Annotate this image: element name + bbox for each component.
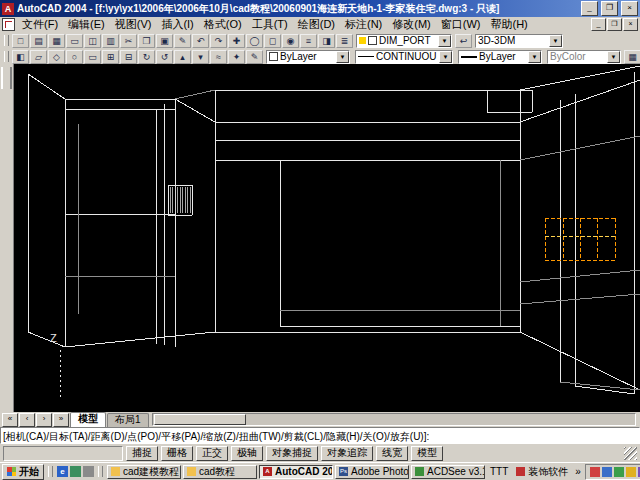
menu-item-4[interactable]: 格式(O) (199, 17, 247, 32)
task-photoshop[interactable]: PsAdobe Photo... (335, 465, 409, 479)
layer-combo[interactable]: DIM_PORT ▼ (356, 34, 452, 48)
zoom-realtime-icon[interactable]: ◯ (246, 34, 263, 48)
toolbar-grip[interactable] (4, 51, 9, 62)
toolbar-icon[interactable]: ▦ (624, 50, 640, 64)
open-icon[interactable]: ▤ (30, 34, 47, 48)
status-toggle-lwt[interactable]: 线宽 (376, 446, 408, 461)
toolbar-icon[interactable]: ↻ (138, 50, 155, 64)
toolbar-icon[interactable]: ✎ (246, 50, 263, 64)
start-button[interactable]: 开始 (2, 464, 44, 480)
toolbar-icon[interactable]: ◇ (48, 50, 65, 64)
properties-icon[interactable]: ≡ (300, 34, 317, 48)
plot-preview-icon[interactable]: ◫ (84, 34, 101, 48)
tab-layout1[interactable]: 布局1 (107, 413, 149, 427)
menu-item-3[interactable]: 插入(I) (156, 17, 198, 32)
minimize-button[interactable]: _ (581, 1, 598, 16)
plot-icon[interactable]: ▭ (66, 34, 83, 48)
paste-icon[interactable]: ▣ (156, 34, 173, 48)
menu-item-2[interactable]: 视图(V) (110, 17, 157, 32)
layer-states-icon[interactable]: ▱ (30, 50, 47, 64)
horizontal-scrollbar[interactable] (152, 413, 636, 426)
restore-button[interactable]: ❐ (601, 1, 618, 16)
toolbar-icon[interactable]: ▭ (84, 50, 101, 64)
match-properties-icon[interactable]: ✎ (174, 34, 191, 48)
toolbar-grip[interactable] (1, 67, 12, 89)
menu-item-6[interactable]: 绘图(D) (293, 17, 340, 32)
tab-nav-2[interactable]: › (36, 413, 52, 427)
taskbar-grip[interactable] (48, 466, 53, 477)
toolbar-icon[interactable]: ⊟ (120, 50, 137, 64)
layer-previous-icon[interactable]: ↩ (455, 34, 472, 48)
tab-nav-0[interactable]: « (2, 413, 18, 427)
menu-item-1[interactable]: 编辑(E) (63, 17, 110, 32)
resize-grip[interactable] (624, 447, 637, 460)
status-toggle-model[interactable]: 模型 (411, 446, 443, 461)
menu-item-8[interactable]: 修改(M) (387, 17, 436, 32)
copy-icon[interactable]: ❐ (138, 34, 155, 48)
deskband-decor-software[interactable]: 装饰软件 (513, 465, 571, 479)
toolbar-icon[interactable]: ▾ (192, 50, 209, 64)
command-line[interactable]: [相机(CA)/目标(TA)/距离(D)/点(PO)/平移(PA)/缩放(Z)/… (0, 427, 640, 444)
new-icon[interactable]: □ (12, 34, 29, 48)
toolbar-grip[interactable] (4, 35, 9, 46)
publish-icon[interactable]: ▥ (102, 34, 119, 48)
menu-item-5[interactable]: 工具(T) (247, 17, 293, 32)
cut-icon[interactable]: ✂ (120, 34, 137, 48)
status-toggle-osnap[interactable]: 对象捕捉 (266, 446, 318, 461)
menu-item-9[interactable]: 窗口(W) (436, 17, 486, 32)
dimstyle-combo[interactable]: 3D-3DM ▼ (475, 34, 563, 48)
dropdown-arrow-icon[interactable]: ▼ (607, 51, 620, 63)
tab-nav-1[interactable]: ‹ (19, 413, 35, 427)
document-icon[interactable] (2, 18, 15, 31)
quicklaunch-icon-1[interactable] (70, 466, 81, 477)
toolbar-icon[interactable]: ⊞ (102, 50, 119, 64)
status-toggle-polar[interactable]: 极轴 (231, 446, 263, 461)
chevron-icon[interactable]: » (573, 466, 583, 477)
redo-icon[interactable]: ↷ (210, 34, 227, 48)
layers-icon[interactable]: ≣ (336, 34, 353, 48)
task-cad-tutorial-folder[interactable]: cad教程 (183, 465, 257, 479)
dropdown-arrow-icon[interactable]: ▼ (336, 51, 349, 63)
dropdown-arrow-icon[interactable]: ▼ (549, 35, 562, 47)
task-autocad[interactable]: AAutoCAD 200... (259, 465, 333, 479)
quicklaunch-icon-0[interactable]: e (57, 466, 68, 477)
undo-icon[interactable]: ↶ (192, 34, 209, 48)
deskband-ttt[interactable]: TTT (487, 466, 511, 477)
doc-restore-button[interactable]: ❐ (607, 18, 622, 31)
make-layer-current-icon[interactable]: ◧ (12, 50, 29, 64)
close-button[interactable]: × (621, 1, 638, 16)
menu-item-7[interactable]: 标注(N) (340, 17, 387, 32)
menu-item-10[interactable]: 帮助(H) (486, 17, 533, 32)
drawing-viewport[interactable]: Z (14, 64, 640, 412)
toolbar-icon[interactable]: ≈ (210, 50, 227, 64)
status-toggle-grid[interactable]: 栅格 (161, 446, 193, 461)
zoom-window-icon[interactable]: ◻ (264, 34, 281, 48)
designcenter-icon[interactable]: ◨ (318, 34, 335, 48)
tab-model[interactable]: 模型 (70, 412, 106, 427)
docked-toolbar-strip[interactable] (0, 64, 14, 412)
plotstyle-combo[interactable]: ByColor ▼ (547, 50, 621, 64)
linetype-combo[interactable]: CONTINUOU ▼ (355, 50, 453, 64)
coordinates-display[interactable] (3, 446, 123, 461)
status-toggle-otrack[interactable]: 对象追踪 (321, 446, 373, 461)
scrollbar-thumb[interactable] (154, 414, 246, 425)
tray-icon-0[interactable] (590, 467, 600, 477)
zoom-previous-icon[interactable]: ◉ (282, 34, 299, 48)
dropdown-arrow-icon[interactable]: ▼ (438, 35, 451, 47)
pan-icon[interactable]: ✚ (228, 34, 245, 48)
tab-nav-3[interactable]: » (53, 413, 69, 427)
color-combo[interactable]: ByLayer ▼ (266, 50, 350, 64)
status-toggle-snap[interactable]: 捕捉 (126, 446, 158, 461)
toolbar-icon[interactable]: ✦ (228, 50, 245, 64)
tray-icon-2[interactable] (614, 467, 624, 477)
dropdown-arrow-icon[interactable]: ▼ (528, 51, 541, 63)
status-toggle-ortho[interactable]: 正交 (196, 446, 228, 461)
tray-icon-1[interactable] (602, 467, 612, 477)
task-acdsee[interactable]: ACDSee v3.1... (411, 465, 485, 479)
save-icon[interactable]: ▦ (48, 34, 65, 48)
toolbar-icon[interactable]: ▴ (174, 50, 191, 64)
toolbar-icon[interactable]: ○ (66, 50, 83, 64)
menu-item-0[interactable]: 文件(F) (17, 17, 63, 32)
lineweight-combo[interactable]: ByLayer ▼ (458, 50, 542, 64)
taskbar-grip[interactable] (98, 466, 103, 477)
